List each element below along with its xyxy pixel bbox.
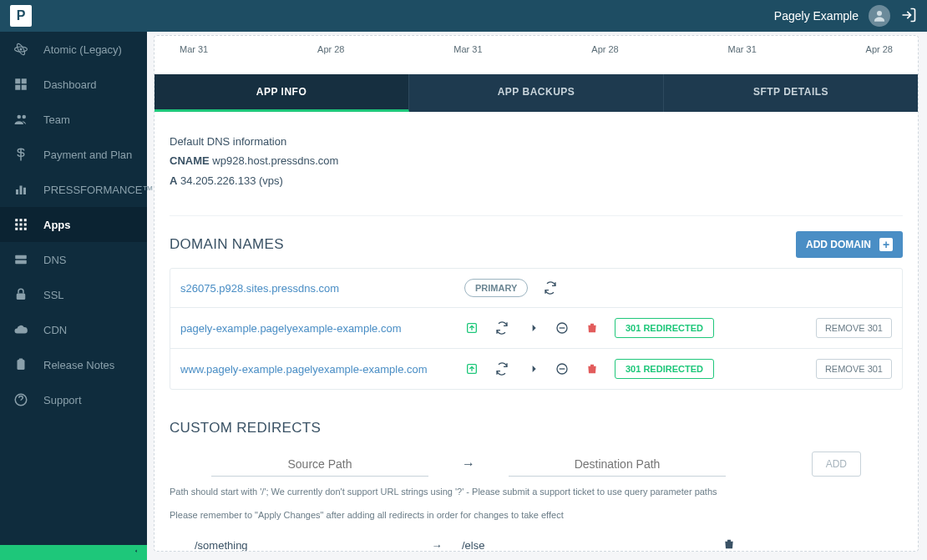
svg-rect-4	[15, 78, 20, 83]
redirect-form: → ADD	[170, 452, 903, 477]
a-value: 34.205.226.133 (vps)	[180, 174, 283, 187]
sidebar-collapse[interactable]	[0, 545, 147, 560]
tab-app-info[interactable]: APP INFO	[154, 74, 409, 112]
add-domain-button[interactable]: ADD DOMAIN +	[796, 231, 903, 258]
remove-301-button[interactable]: REMOVE 301	[816, 318, 892, 338]
dns-info: Default DNS information CNAME wp928.host…	[170, 132, 903, 190]
sidebar-item-atomic[interactable]: Atomic (Legacy)	[0, 32, 147, 67]
cname-value: wp928.host.pressdns.com	[212, 154, 338, 167]
domain-table: s26075.p928.sites.pressdns.com PRIMARY p…	[170, 268, 903, 390]
svg-rect-17	[20, 224, 23, 226]
arrow-icon: →	[462, 457, 475, 472]
arrow-right-icon[interactable]	[524, 361, 539, 376]
delete-redirect-button[interactable]	[722, 537, 736, 552]
trash-icon[interactable]	[585, 361, 600, 376]
avatar[interactable]	[869, 5, 890, 27]
arrow-icon: →	[412, 539, 462, 552]
sidebar-item-pressformance[interactable]: PRESSFORMANCE™	[0, 172, 147, 207]
sidebar-item-label: Apps	[43, 219, 71, 231]
sidebar-item-dns[interactable]: DNS	[0, 242, 147, 277]
dates-row: Mar 31 Apr 28 Mar 31 Apr 28 Mar 31 Apr 2…	[154, 36, 918, 74]
svg-rect-10	[16, 189, 18, 194]
logout-icon[interactable]	[900, 7, 917, 26]
sidebar-item-label: Support	[43, 394, 82, 406]
cname-label: CNAME	[170, 154, 210, 167]
svg-rect-26	[19, 359, 23, 361]
redirects-title: CUSTOM REDIRECTS	[170, 420, 903, 436]
refresh-icon[interactable]	[543, 280, 558, 295]
svg-rect-19	[15, 228, 18, 230]
svg-rect-21	[24, 228, 27, 230]
logo[interactable]: P	[10, 5, 32, 27]
sidebar-item-release-notes[interactable]: Release Notes	[0, 347, 147, 382]
date-label: Mar 31	[453, 44, 482, 54]
redirect-chip: 301 REDIRECTED	[615, 359, 714, 379]
domain-row: pagely-example.pagelyexample-example.com…	[170, 308, 902, 349]
team-icon	[13, 112, 28, 127]
redirect-destination: /else	[462, 539, 679, 552]
apps-icon	[13, 217, 28, 232]
tab-sftp-details[interactable]: SFTP DETAILS	[664, 74, 918, 112]
sidebar-item-label: Dashboard	[43, 78, 97, 91]
disable-icon[interactable]	[555, 320, 570, 335]
sidebar-item-dashboard[interactable]: Dashboard	[0, 67, 147, 102]
plus-icon: +	[879, 238, 893, 251]
a-label: A	[170, 174, 177, 187]
add-redirect-button[interactable]: ADD	[812, 452, 861, 477]
domain-name[interactable]: pagely-example.pagelyexample-example.com	[180, 322, 464, 335]
svg-rect-13	[15, 219, 18, 221]
svg-rect-11	[20, 186, 23, 195]
clipboard-icon	[13, 357, 28, 372]
domain-name[interactable]: www.pagely-example.pagelyexample-example…	[180, 363, 464, 376]
redirect-source: /something	[195, 539, 412, 552]
svg-rect-15	[24, 219, 27, 221]
dollar-icon	[13, 147, 28, 162]
sidebar: Atomic (Legacy) Dashboard Team Payment a…	[0, 32, 147, 560]
sidebar-item-label: Release Notes	[43, 359, 114, 371]
svg-rect-5	[22, 78, 27, 83]
domain-row: s26075.p928.sites.pressdns.com PRIMARY	[170, 269, 902, 308]
svg-rect-7	[22, 85, 27, 90]
sidebar-item-apps[interactable]: Apps	[0, 207, 147, 242]
svg-point-1	[20, 48, 23, 51]
sidebar-item-ssl[interactable]: SSL	[0, 277, 147, 312]
disable-icon[interactable]	[555, 361, 570, 376]
cloud-icon	[13, 322, 28, 337]
date-label: Apr 28	[591, 44, 618, 54]
sidebar-item-label: Atomic (Legacy)	[43, 43, 122, 56]
sidebar-item-cdn[interactable]: CDN	[0, 312, 147, 347]
sidebar-item-support[interactable]: Support	[0, 382, 147, 417]
main-content: Mar 31 Apr 28 Mar 31 Apr 28 Mar 31 Apr 2…	[154, 35, 919, 552]
svg-point-0	[877, 11, 882, 16]
svg-rect-6	[15, 85, 20, 90]
domain-name[interactable]: s26075.p928.sites.pressdns.com	[180, 282, 464, 295]
add-domain-label: ADD DOMAIN	[806, 239, 871, 250]
svg-rect-23	[15, 260, 27, 265]
sidebar-item-label: Team	[43, 114, 70, 126]
arrow-right-icon[interactable]	[524, 320, 539, 335]
svg-rect-12	[23, 188, 26, 194]
tab-app-backups[interactable]: APP BACKUPS	[409, 74, 664, 112]
primary-chip: PRIMARY	[464, 279, 528, 297]
svg-rect-24	[17, 294, 26, 300]
dns-heading: Default DNS information	[170, 132, 903, 151]
svg-rect-18	[24, 224, 27, 226]
svg-point-9	[23, 115, 27, 119]
destination-path-input[interactable]	[509, 452, 726, 477]
source-path-input[interactable]	[211, 452, 428, 477]
remove-301-button[interactable]: REMOVE 301	[816, 359, 892, 379]
sidebar-item-label: Payment and Plan	[43, 149, 132, 161]
open-icon[interactable]	[464, 320, 479, 335]
user-name: Pagely Example	[774, 9, 859, 23]
open-icon[interactable]	[464, 361, 479, 376]
domains-title: DOMAIN NAMES	[170, 236, 284, 253]
trash-icon[interactable]	[585, 320, 600, 335]
date-label: Apr 28	[866, 44, 893, 54]
refresh-icon[interactable]	[494, 361, 509, 376]
refresh-icon[interactable]	[494, 320, 509, 335]
sidebar-item-team[interactable]: Team	[0, 102, 147, 137]
redirect-row: /something → /else	[170, 529, 903, 552]
sidebar-item-payment[interactable]: Payment and Plan	[0, 137, 147, 172]
svg-rect-22	[15, 255, 27, 260]
date-label: Apr 28	[317, 44, 344, 54]
